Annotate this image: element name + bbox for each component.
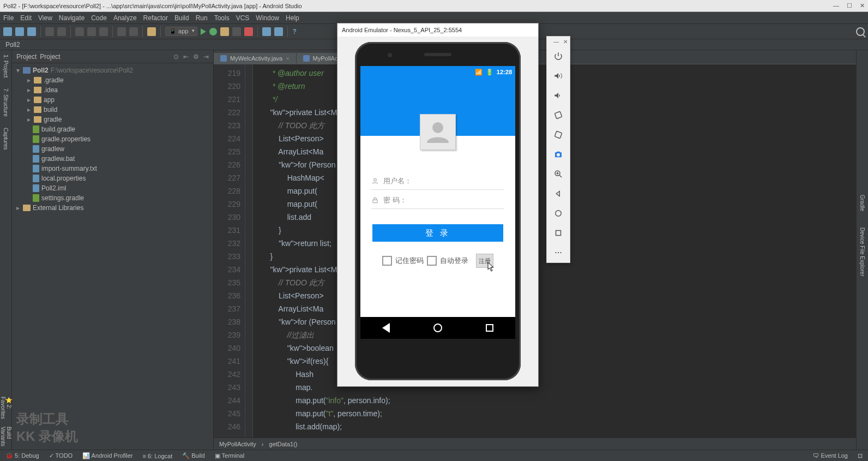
undo-icon[interactable] [45, 27, 54, 36]
save-icon[interactable] [15, 27, 24, 36]
tab-profiler[interactable]: 📊 Android Profiler [82, 452, 132, 459]
volume-down-button[interactable] [547, 86, 570, 105]
battery-icon: 🔋 [486, 69, 493, 76]
user-icon [371, 177, 379, 185]
tab-favorites[interactable]: ⭐ 2: Favorites [0, 397, 12, 419]
tab-debug[interactable]: 🐞 5: Debug [5, 452, 39, 459]
tab-build[interactable]: 🔨 Build [182, 452, 205, 459]
autologin-checkbox[interactable] [427, 256, 437, 266]
tab-gradle[interactable]: Gradle [859, 195, 865, 211]
rotate-right-button[interactable] [547, 125, 570, 145]
profile-icon[interactable] [220, 27, 229, 36]
home-button[interactable] [433, 324, 442, 332]
gear-icon[interactable]: ⚙ [193, 53, 199, 61]
tab-todo[interactable]: ✓ TODO [49, 452, 73, 459]
cut-icon[interactable] [75, 27, 84, 36]
minimize-icon[interactable]: — [833, 2, 839, 9]
menu-analyze[interactable]: Analyze [113, 14, 137, 22]
editor-breadcrumb[interactable]: MyPollActivity›getData1() [214, 438, 856, 450]
tab-project[interactable]: 1: Project [3, 55, 9, 77]
emulator-controls: — ✕ [546, 36, 570, 263]
zoom-button[interactable] [547, 164, 570, 184]
fold-gutter[interactable] [245, 64, 253, 438]
tab-mywelcactivity[interactable]: MyWelcActivity.java× [214, 53, 297, 64]
menu-refactor[interactable]: Refactor [143, 14, 168, 22]
sync-icon[interactable] [27, 27, 36, 36]
avatar[interactable] [420, 114, 456, 150]
volume-up-button[interactable] [547, 66, 570, 86]
menu-view[interactable]: View [38, 14, 52, 22]
tab-buildvariants[interactable]: Build Variants [0, 427, 12, 447]
svg-rect-7 [556, 231, 561, 236]
help-icon[interactable]: ? [292, 28, 296, 35]
hide-icon[interactable]: ⇥ [203, 53, 209, 61]
attach-icon[interactable] [232, 27, 241, 36]
avd-icon[interactable] [262, 27, 271, 36]
back-icon[interactable] [117, 27, 126, 36]
menu-edit[interactable]: Edit [20, 14, 32, 22]
menubar: File Edit View Navigate Code Analyze Ref… [0, 12, 868, 24]
separator [287, 26, 288, 37]
target-icon[interactable]: ⊙ [173, 53, 179, 61]
emulator-title: Android Emulator - Nexus_5_API_25_2:5554 [337, 23, 538, 37]
make-icon[interactable] [147, 27, 156, 36]
login-button[interactable]: 登 录 [372, 224, 503, 242]
remember-checkbox[interactable] [382, 256, 392, 266]
window-titlebar: Poll2 - [F:\workspace\resource\Poll2] - … [0, 0, 868, 12]
tab-file-explorer[interactable]: Device File Explorer [859, 227, 865, 276]
menu-code[interactable]: Code [91, 14, 107, 22]
back-button[interactable] [382, 323, 390, 333]
redo-icon[interactable] [57, 27, 66, 36]
svg-point-9 [558, 252, 559, 253]
stop-icon[interactable] [244, 27, 253, 36]
open-icon[interactable] [3, 27, 12, 36]
close-icon[interactable]: ✕ [563, 39, 568, 45]
username-field[interactable]: 用户名： [371, 173, 504, 190]
menu-help[interactable]: Help [286, 14, 299, 22]
menu-build[interactable]: Build [174, 14, 189, 22]
emu-back-button[interactable] [547, 184, 570, 203]
screenshot-button[interactable] [547, 145, 570, 164]
project-tree[interactable]: ▾ Poll2 F:\workspace\resource\Poll2 ▸ .g… [12, 63, 213, 215]
tab-structure[interactable]: 7: Structure [3, 88, 9, 117]
copy-icon[interactable] [87, 27, 96, 36]
tab-terminal[interactable]: ▣ Terminal [215, 452, 244, 459]
emu-home-button[interactable] [547, 203, 570, 223]
sdk-icon[interactable] [274, 27, 283, 36]
tab-logcat[interactable]: ≡ 6: Logcat [142, 453, 172, 459]
forward-icon[interactable] [129, 27, 138, 36]
emulator-window[interactable]: Android Emulator - Nexus_5_API_25_2:5554… [337, 23, 539, 387]
paste-icon[interactable] [99, 27, 108, 36]
collapse-icon[interactable]: ⇤ [183, 53, 189, 61]
more-button[interactable] [547, 243, 570, 262]
password-field[interactable]: 密 码： [371, 192, 504, 209]
menu-window[interactable]: Window [256, 14, 279, 22]
menu-navigate[interactable]: Navigate [59, 14, 85, 22]
menu-tools[interactable]: Tools [214, 14, 230, 22]
power-button[interactable] [547, 46, 570, 66]
project-panel: Project Project ⊙ ⇤ ⚙ ⇥ ▾ Poll2 F:\works… [12, 50, 214, 450]
minimize-icon[interactable]: — [553, 39, 559, 45]
emu-overview-button[interactable] [547, 223, 570, 243]
separator [112, 26, 113, 37]
autologin-label: 自动登录 [440, 256, 468, 266]
close-icon[interactable]: ✕ [860, 2, 865, 9]
rotate-left-button[interactable] [547, 105, 570, 125]
maximize-icon[interactable]: ☐ [847, 2, 852, 9]
debug-icon[interactable] [209, 28, 217, 35]
run-config-select[interactable]: 📱 app [165, 27, 197, 36]
project-name[interactable]: Poll2 [5, 41, 20, 49]
run-icon[interactable] [201, 28, 206, 35]
search-icon[interactable] [856, 27, 865, 36]
phone-screen[interactable]: 📶 🔋 12:28 用户名： 密 码： 登 录 [360, 66, 515, 339]
recents-button[interactable] [486, 324, 493, 332]
tab-captures[interactable]: Captures [3, 128, 9, 150]
tab-eventlog[interactable]: 🗨 Event Log [813, 452, 848, 459]
menu-run[interactable]: Run [196, 14, 208, 22]
menu-file[interactable]: File [3, 14, 14, 22]
register-button[interactable]: 注册 [476, 254, 493, 268]
close-icon[interactable]: × [286, 55, 289, 62]
status-box-icon[interactable]: ⊡ [858, 452, 863, 459]
menu-vcs[interactable]: VCS [236, 14, 250, 22]
panel-title: Project [16, 53, 37, 61]
